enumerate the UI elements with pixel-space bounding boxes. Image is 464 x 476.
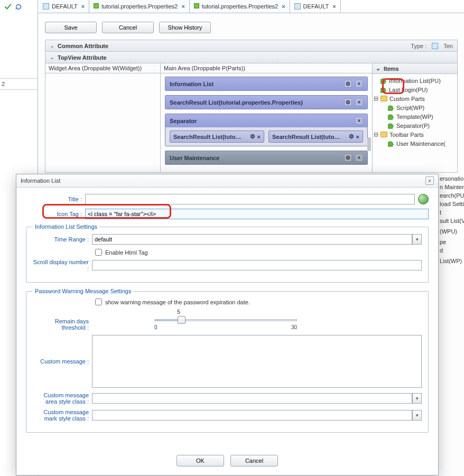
part-label: User Maintenance: [170, 155, 341, 161]
widget-area-header: Widget Area (Droppable W(Widget)): [45, 63, 160, 73]
side-tab[interactable]: 2: [0, 79, 38, 90]
tab-label: tutorial.properties.Properties2: [202, 3, 278, 10]
type-label: Type :: [411, 43, 426, 49]
tree-item[interactable]: Separator(P): [374, 121, 456, 130]
slider-track[interactable]: [154, 319, 297, 321]
icon-tag-input[interactable]: [85, 209, 429, 219]
document-icon: [432, 43, 438, 49]
cm-area-style-label: Custom message area style class :: [33, 392, 92, 405]
section-title: Common Attribute: [58, 43, 407, 49]
apply-icon[interactable]: [4, 3, 12, 12]
time-range-select[interactable]: [92, 234, 412, 245]
part-label: SearchResult List(tutorial.properties.Pr…: [170, 99, 341, 106]
globe-icon[interactable]: [418, 194, 429, 204]
collapse-icon[interactable]: ⊟: [374, 95, 378, 102]
tree-item[interactable]: Script(WP): [374, 103, 456, 112]
nested-part-b[interactable]: SearchResult List(tuto… ⚙ ×: [268, 130, 363, 143]
dialog-title: Information List: [21, 178, 425, 184]
close-icon[interactable]: ×: [355, 98, 363, 106]
widget-dropzone[interactable]: [45, 73, 160, 172]
gear-icon[interactable]: ⚙: [344, 80, 352, 88]
document-icon: [294, 3, 301, 10]
tab-label: tutorial.properties.Properties2: [101, 3, 178, 10]
tab-default-1[interactable]: DEFAULT ×: [39, 0, 89, 13]
main-dropzone[interactable]: Information List ⚙ × SearchResult List(t…: [161, 73, 372, 172]
close-icon[interactable]: ×: [355, 80, 363, 88]
close-icon[interactable]: ×: [181, 3, 184, 10]
show-history-button[interactable]: Show History: [159, 22, 211, 33]
gear-icon[interactable]: ⚙: [349, 133, 354, 140]
chevron-down-icon[interactable]: ▾: [412, 393, 422, 404]
title-input[interactable]: [85, 194, 415, 204]
puzzle-icon: [380, 86, 387, 93]
chevron-down-icon: ⌄: [50, 42, 54, 49]
custom-message-textarea[interactable]: [92, 335, 422, 388]
nested-part-a[interactable]: SearchResult List(tuto… ⚙ ×: [170, 130, 264, 143]
puzzle-icon: [380, 77, 387, 84]
gear-icon[interactable]: ⚙: [344, 98, 352, 106]
close-icon[interactable]: ×: [81, 3, 85, 10]
tree-folder-toolbar-parts[interactable]: ⊟ Toolbar Parts: [374, 130, 456, 139]
tab-label: DEFAULT: [303, 3, 329, 10]
dialog-cancel-button[interactable]: Cancel: [230, 455, 278, 466]
scrollbar-thumb[interactable]: [367, 137, 371, 151]
slider-handle[interactable]: [178, 316, 185, 324]
cm-area-style-select[interactable]: [92, 393, 412, 404]
tree-label: Custom Parts: [389, 96, 425, 102]
part-information-list[interactable]: Information List ⚙ ×: [165, 77, 368, 91]
show-warning-checkbox[interactable]: [95, 298, 102, 305]
tab-tutorial-2[interactable]: tutorial.properties.Properties2 ×: [190, 0, 290, 13]
topview-attribute-header[interactable]: ⌄ TopView Attribute: [45, 52, 458, 63]
enable-html-checkbox[interactable]: [95, 249, 102, 256]
close-icon[interactable]: ×: [282, 3, 285, 10]
scroll-display-input[interactable]: [92, 260, 422, 270]
part-user-maintenance[interactable]: User Maintenance ⚙ ×: [165, 151, 368, 165]
gear-icon[interactable]: ⚙: [344, 154, 352, 162]
collapse-icon[interactable]: ⊟: [374, 131, 378, 138]
close-icon[interactable]: ×: [355, 154, 363, 162]
slider-max: 30: [291, 324, 297, 330]
puzzle-icon: [387, 104, 394, 111]
icon-tag-label: Icon Tag :: [26, 211, 85, 217]
group-legend: Password Warning Message Settings: [33, 288, 133, 294]
items-title: Items: [384, 66, 399, 72]
tree-item[interactable]: User Maintenance(: [374, 139, 456, 148]
tree-item[interactable]: Template(WP): [374, 112, 456, 121]
refresh-icon[interactable]: [15, 3, 22, 12]
part-search-result[interactable]: SearchResult List(tutorial.properties.Pr…: [165, 95, 368, 109]
part-label: SearchResult List(tuto…: [272, 134, 347, 140]
cancel-button[interactable]: Cancel: [102, 22, 154, 33]
information-list-dialog: Information List × Title : Icon Tag : In…: [16, 174, 439, 475]
tree-folder-custom-parts[interactable]: ⊟ Custom Parts: [374, 94, 456, 103]
tree-item[interactable]: Information List(PU): [374, 76, 456, 85]
save-button[interactable]: Save: [45, 22, 97, 33]
chevron-down-icon[interactable]: ▾: [412, 410, 422, 421]
tree-label: Toolbar Parts: [389, 132, 424, 138]
part-label: Separator: [170, 118, 352, 124]
scroll-display-label: Scroll display number :: [33, 259, 92, 272]
cm-mark-style-select[interactable]: [92, 410, 412, 421]
close-icon[interactable]: ×: [355, 117, 363, 125]
tree-item[interactable]: Last Login(PU): [374, 85, 456, 94]
part-separator-group[interactable]: Separator × SearchResult List(tuto… ⚙ × …: [165, 114, 368, 146]
close-icon[interactable]: ×: [332, 3, 336, 10]
close-icon[interactable]: ×: [257, 134, 261, 140]
document-icon: [43, 3, 49, 10]
common-attribute-header[interactable]: ⌄ Common Attribute Type : Ten: [45, 40, 458, 52]
ok-button[interactable]: OK: [177, 455, 224, 466]
tab-default-2[interactable]: DEFAULT ×: [290, 0, 341, 13]
custom-message-label: Custom message :: [33, 358, 92, 365]
topview-workspace: Widget Area (Droppable W(Widget)) Main A…: [45, 63, 458, 173]
slider-value: 5: [177, 309, 180, 315]
slider-min: 0: [154, 324, 157, 330]
gear-icon[interactable]: ⚙: [250, 133, 255, 140]
section-title: TopView Attribute: [58, 54, 453, 61]
chevron-down-icon: ⌄: [50, 54, 54, 61]
close-icon[interactable]: ×: [356, 134, 359, 140]
close-icon[interactable]: ×: [425, 176, 434, 185]
editor-tabs: DEFAULT × tutorial.properties.Properties…: [39, 0, 464, 13]
chevron-down-icon[interactable]: ▾: [412, 234, 422, 245]
puzzle-icon: [387, 140, 394, 147]
tab-tutorial-1[interactable]: tutorial.properties.Properties2 ×: [89, 0, 190, 13]
tree-label: Information List(PU): [389, 78, 441, 84]
